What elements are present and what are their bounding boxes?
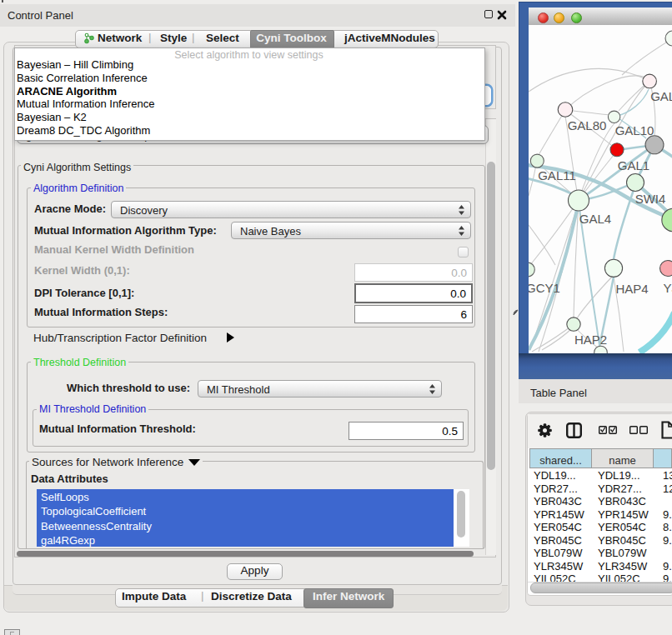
svg-text:GAL4: GAL4 [579, 212, 611, 226]
svg-text:GAL11: GAL11 [538, 168, 576, 182]
svg-text:GAL80: GAL80 [568, 118, 607, 132]
svg-text:GAL7: GAL7 [650, 89, 672, 103]
svg-text:GAL10: GAL10 [615, 123, 654, 138]
svg-text:GAL1: GAL1 [618, 158, 649, 172]
svg-text:GCY1: GCY1 [529, 281, 560, 295]
svg-text:YJ: YJ [664, 281, 672, 295]
svg-text:HAP2: HAP2 [574, 332, 607, 347]
svg-text:SWI4: SWI4 [635, 192, 666, 206]
svg-text:HAP4: HAP4 [615, 282, 648, 296]
